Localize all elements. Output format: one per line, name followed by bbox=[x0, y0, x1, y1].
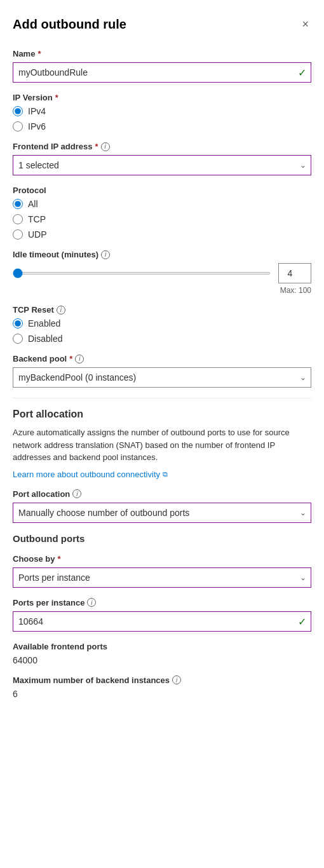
frontend-ip-required-star: * bbox=[95, 142, 98, 151]
ip-version-ipv6-radio[interactable] bbox=[13, 121, 23, 132]
protocol-tcp-label: TCP bbox=[28, 214, 46, 224]
tcp-reset-field-group: TCP Reset i Enabled Disabled bbox=[13, 305, 311, 344]
ip-version-ipv4-label: IPv4 bbox=[28, 106, 46, 116]
external-link-icon: ⧉ bbox=[163, 470, 168, 478]
ip-version-ipv4-option[interactable]: IPv4 bbox=[13, 106, 311, 116]
port-allocation-section-title: Port allocation bbox=[13, 409, 311, 420]
tcp-reset-label: TCP Reset i bbox=[13, 305, 311, 315]
name-valid-icon: ✓ bbox=[298, 67, 306, 79]
choose-by-required-star: * bbox=[57, 554, 60, 564]
protocol-all-radio[interactable] bbox=[13, 199, 23, 209]
tcp-reset-enabled-option[interactable]: Enabled bbox=[13, 318, 311, 329]
panel-title: Add outbound rule bbox=[13, 17, 126, 32]
max-backend-instances-group: Maximum number of backend instances i 6 bbox=[13, 675, 311, 699]
close-button[interactable]: × bbox=[299, 15, 311, 34]
backend-pool-required-star: * bbox=[69, 354, 72, 363]
backend-pool-info-icon[interactable]: i bbox=[75, 355, 84, 363]
ports-per-instance-info-icon[interactable]: i bbox=[87, 598, 96, 607]
port-allocation-field-label: Port allocation i bbox=[13, 489, 311, 499]
ip-version-ipv6-label: IPv6 bbox=[28, 121, 46, 132]
tcp-reset-enabled-radio[interactable] bbox=[13, 318, 23, 329]
choose-by-dropdown: Ports per instance ⌄ bbox=[13, 567, 311, 588]
choose-by-field-group: Choose by * Ports per instance ⌄ bbox=[13, 554, 311, 588]
protocol-tcp-radio[interactable] bbox=[13, 214, 23, 224]
backend-pool-select[interactable]: myBackendPool (0 instances) bbox=[13, 367, 311, 388]
frontend-ip-info-icon[interactable]: i bbox=[101, 142, 110, 151]
outbound-ports-section-title: Outbound ports bbox=[13, 533, 311, 544]
tcp-reset-info-icon[interactable]: i bbox=[57, 306, 65, 315]
ports-per-instance-field-group: Ports per instance i ✓ bbox=[13, 598, 311, 632]
choose-by-select[interactable]: Ports per instance bbox=[13, 567, 311, 588]
outbound-ports-section: Outbound ports bbox=[13, 533, 311, 544]
divider-1 bbox=[13, 398, 311, 398]
learn-more-link[interactable]: Learn more about outbound connectivity ⧉ bbox=[13, 470, 168, 479]
tcp-reset-disabled-option[interactable]: Disabled bbox=[13, 334, 311, 344]
port-allocation-section: Port allocation Azure automatically assi… bbox=[13, 409, 311, 479]
protocol-label: Protocol bbox=[13, 186, 311, 195]
name-label: Name * bbox=[13, 49, 311, 58]
tcp-reset-enabled-label: Enabled bbox=[28, 318, 60, 329]
protocol-radio-group: All TCP UDP bbox=[13, 199, 311, 240]
idle-timeout-max-label: Max: 100 bbox=[13, 286, 311, 295]
protocol-all-option[interactable]: All bbox=[13, 199, 311, 209]
name-required-star: * bbox=[37, 49, 41, 58]
protocol-tcp-option[interactable]: TCP bbox=[13, 214, 311, 224]
protocol-all-label: All bbox=[28, 199, 38, 209]
max-backend-instances-value: 6 bbox=[13, 689, 311, 699]
ip-version-required-star: * bbox=[55, 93, 58, 102]
backend-pool-field-group: Backend pool * i myBackendPool (0 instan… bbox=[13, 354, 311, 388]
ip-version-radio-group: IPv4 IPv6 bbox=[13, 106, 311, 132]
idle-timeout-label: Idle timeout (minutes) i bbox=[13, 250, 311, 259]
available-frontend-ports-value: 64000 bbox=[13, 655, 311, 665]
idle-timeout-value-input[interactable] bbox=[278, 263, 311, 283]
add-outbound-rule-panel: Add outbound rule × Name * ✓ IP Version … bbox=[0, 0, 324, 724]
panel-header: Add outbound rule × bbox=[13, 15, 311, 34]
choose-by-label: Choose by * bbox=[13, 554, 311, 564]
idle-timeout-slider-container bbox=[13, 263, 311, 283]
frontend-ip-dropdown: 1 selected ⌄ bbox=[13, 155, 311, 175]
idle-timeout-field-group: Idle timeout (minutes) i Max: 100 bbox=[13, 250, 311, 295]
ip-version-field-group: IP Version * IPv4 IPv6 bbox=[13, 93, 311, 132]
ports-per-instance-label: Ports per instance i bbox=[13, 598, 311, 607]
ports-per-instance-valid-icon: ✓ bbox=[298, 615, 306, 627]
protocol-udp-label: UDP bbox=[28, 229, 47, 240]
tcp-reset-radio-group: Enabled Disabled bbox=[13, 318, 311, 344]
tcp-reset-disabled-radio[interactable] bbox=[13, 334, 23, 344]
learn-more-link-text: Learn more about outbound connectivity bbox=[13, 470, 160, 479]
frontend-ip-field-group: Frontend IP address * i 1 selected ⌄ bbox=[13, 142, 311, 175]
ip-version-ipv4-radio[interactable] bbox=[13, 106, 23, 116]
name-input[interactable] bbox=[13, 62, 311, 83]
protocol-udp-radio[interactable] bbox=[13, 229, 23, 240]
ports-per-instance-input[interactable] bbox=[13, 611, 311, 632]
frontend-ip-label: Frontend IP address * i bbox=[13, 142, 311, 151]
ip-version-ipv6-option[interactable]: IPv6 bbox=[13, 121, 311, 132]
frontend-ip-select[interactable]: 1 selected bbox=[13, 155, 311, 175]
available-frontend-ports-group: Available frontend ports 64000 bbox=[13, 642, 311, 665]
port-allocation-field-group: Port allocation i Manually choose number… bbox=[13, 489, 311, 523]
protocol-udp-option[interactable]: UDP bbox=[13, 229, 311, 240]
port-allocation-description: Azure automatically assigns the number o… bbox=[13, 426, 311, 464]
available-frontend-ports-label: Available frontend ports bbox=[13, 642, 311, 651]
port-allocation-dropdown: Manually choose number of outbound ports… bbox=[13, 503, 311, 523]
backend-pool-dropdown: myBackendPool (0 instances) ⌄ bbox=[13, 367, 311, 388]
tcp-reset-disabled-label: Disabled bbox=[28, 334, 62, 344]
idle-timeout-slider[interactable] bbox=[13, 272, 271, 275]
ports-per-instance-input-wrapper: ✓ bbox=[13, 611, 311, 632]
name-field-group: Name * ✓ bbox=[13, 49, 311, 83]
ip-version-label: IP Version * bbox=[13, 93, 311, 102]
max-backend-instances-label: Maximum number of backend instances i bbox=[13, 675, 311, 685]
name-input-wrapper: ✓ bbox=[13, 62, 311, 83]
max-backend-instances-info-icon[interactable]: i bbox=[172, 675, 181, 684]
port-allocation-info-icon[interactable]: i bbox=[72, 489, 81, 498]
port-allocation-select[interactable]: Manually choose number of outbound ports bbox=[13, 503, 311, 523]
idle-timeout-info-icon[interactable]: i bbox=[101, 250, 110, 259]
backend-pool-label: Backend pool * i bbox=[13, 354, 311, 363]
protocol-field-group: Protocol All TCP UDP bbox=[13, 186, 311, 240]
